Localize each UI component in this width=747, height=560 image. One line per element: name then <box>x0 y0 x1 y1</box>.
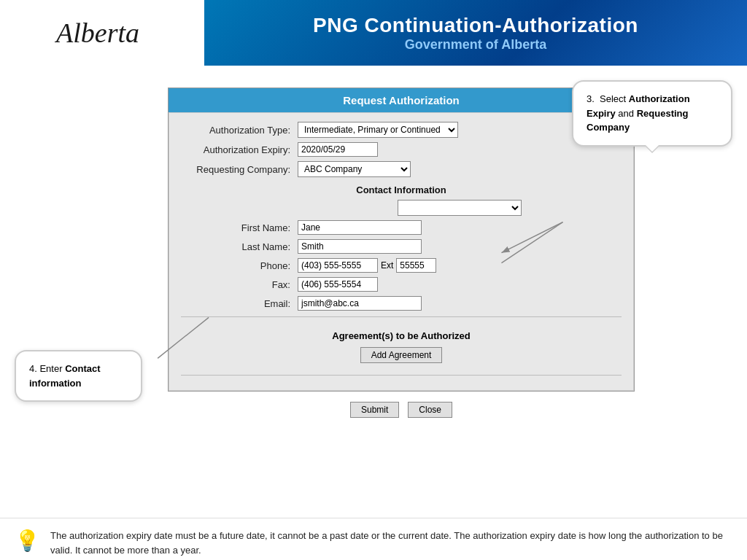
requesting-company-select[interactable]: ABC Company <box>298 161 411 177</box>
page-title: PNG Continuation-Authorization <box>313 14 638 37</box>
callout-step4: 4. Enter Contact information <box>15 350 142 402</box>
logo-area: Alberta <box>0 0 204 66</box>
close-button[interactable]: Close <box>408 402 452 418</box>
contact-information-section: Contact Information First Name: Last Nam… <box>181 184 622 311</box>
fax-input[interactable] <box>298 277 378 292</box>
email-label: Email: <box>181 298 298 309</box>
tip-text: The authorization expiry date must be a … <box>50 529 732 557</box>
authorization-type-select[interactable]: Intermediate, Primary or Continued Te <box>298 122 458 138</box>
contact-dropdown-row <box>181 200 622 216</box>
last-name-label: Last Name: <box>181 241 298 252</box>
form-body: Authorization Type: Intermediate, Primar… <box>169 112 634 391</box>
add-agreement-button[interactable]: Add Agreement <box>360 347 443 363</box>
separator2 <box>181 375 622 376</box>
submit-button[interactable]: Submit <box>350 402 399 418</box>
contact-section-title: Contact Information <box>181 184 622 195</box>
bottom-buttons: Submit Close <box>168 402 635 418</box>
first-name-input[interactable] <box>298 220 422 235</box>
phone-row: Phone: Ext <box>181 258 622 273</box>
agreement-section: Agreement(s) to be Authorized Add Agreem… <box>181 324 622 369</box>
ext-input[interactable] <box>396 258 436 273</box>
callout-step3-text: 3. Select Authorization Expiry and Reque… <box>587 93 690 133</box>
page-subtitle: Government of Alberta <box>405 37 546 52</box>
last-name-row: Last Name: <box>181 239 622 254</box>
authorization-type-row: Authorization Type: Intermediate, Primar… <box>181 122 622 138</box>
form-title: Request Authorization <box>169 88 634 112</box>
requesting-company-row: Requesting Company: ABC Company <box>181 161 622 177</box>
contact-dropdown[interactable] <box>398 200 522 216</box>
authorization-type-label: Authorization Type: <box>181 125 298 136</box>
phone-input[interactable] <box>298 258 378 273</box>
tip-icon: 💡 <box>15 529 40 553</box>
authorization-expiry-input[interactable] <box>298 142 378 157</box>
fax-label: Fax: <box>181 279 298 290</box>
tip-section: 💡 The authorization expiry date must be … <box>0 518 747 560</box>
email-input[interactable] <box>298 296 422 311</box>
phone-label: Phone: <box>181 260 298 271</box>
first-name-label: First Name: <box>181 222 298 233</box>
header-title-area: PNG Continuation-Authorization Governmen… <box>204 0 747 66</box>
main-content: 3. Select Authorization Expiry and Reque… <box>0 66 747 518</box>
callout-step4-text: 4. Enter Contact information <box>29 363 101 389</box>
header: Alberta PNG Continuation-Authorization G… <box>0 0 747 66</box>
request-authorization-form: Request Authorization Authorization Type… <box>168 88 635 392</box>
email-row: Email: <box>181 296 622 311</box>
ext-label: Ext <box>381 260 393 271</box>
separator <box>181 316 622 317</box>
requesting-company-label: Requesting Company: <box>181 164 298 175</box>
last-name-input[interactable] <box>298 239 422 254</box>
authorization-expiry-label: Authorization Expiry: <box>181 144 298 155</box>
fax-row: Fax: <box>181 277 622 292</box>
authorization-expiry-row: Authorization Expiry: <box>181 142 622 157</box>
callout-step3: 3. Select Authorization Expiry and Reque… <box>572 80 732 147</box>
alberta-logo: Alberta <box>56 17 139 49</box>
first-name-row: First Name: <box>181 220 622 235</box>
agreement-title: Agreement(s) to be Authorized <box>187 330 616 341</box>
